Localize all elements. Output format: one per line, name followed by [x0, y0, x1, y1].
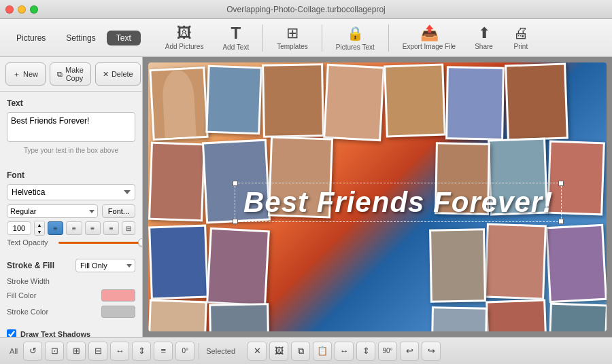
- align-center-button[interactable]: ≡: [66, 221, 82, 235]
- tab-settings[interactable]: Settings: [56, 31, 105, 46]
- fill-color-label: Fill Color: [7, 291, 36, 299]
- collage-canvas: Best Friends Forever!: [148, 62, 607, 331]
- photo-14: [209, 303, 270, 331]
- templates-icon: ⊞: [286, 26, 299, 41]
- selected-label: Selected: [206, 347, 235, 355]
- shadow-checkbox-row: Draw Text Shadows: [7, 329, 135, 337]
- font-style-select[interactable]: Regular Bold Italic: [7, 204, 98, 218]
- draw-text-shadows-checkbox[interactable]: [7, 329, 16, 337]
- size-down-button[interactable]: ▼: [35, 228, 44, 235]
- sel-copy-btn[interactable]: ⧉: [291, 342, 310, 361]
- add-text-label: Add Text: [222, 43, 249, 51]
- add-pictures-tool[interactable]: 🖼 Add Pictures: [157, 26, 212, 50]
- vertical-align-button[interactable]: ⊟: [122, 221, 135, 235]
- text-selection-container[interactable]: Best Friends Forever!: [235, 183, 520, 222]
- toolbar-sep-1: [262, 24, 263, 52]
- add-pictures-label: Add Pictures: [165, 43, 204, 50]
- sel-photo-btn[interactable]: 🖼: [269, 342, 288, 361]
- sel-flip-h-btn[interactable]: ↔: [335, 342, 354, 361]
- stroke-fill-section: Stroke & Fill Fill Only Stroke Only Fill…: [0, 256, 142, 275]
- handle-br[interactable]: [558, 219, 564, 224]
- font-size-stepper[interactable]: ▲ ▼: [34, 221, 45, 236]
- handle-bl[interactable]: [233, 219, 238, 224]
- rotate-degree-btn[interactable]: 0°: [175, 342, 194, 361]
- fill-color-swatch[interactable]: [101, 289, 135, 302]
- photo-13: [148, 299, 207, 331]
- share-label: Share: [475, 43, 493, 50]
- copy-button[interactable]: ⧉ Make Copy: [50, 62, 91, 86]
- align-left-button[interactable]: ≡: [48, 221, 63, 235]
- stroke-color-label: Stroke Color: [7, 308, 48, 316]
- font-family-select[interactable]: Helvetica: [7, 184, 135, 200]
- canvas-area[interactable]: Best Friends Forever!: [143, 57, 612, 337]
- opacity-row: Text Opacity: [7, 238, 135, 247]
- handle-tl[interactable]: [233, 181, 238, 186]
- toolbar-sep-2: [322, 24, 322, 52]
- sel-flip-v-btn[interactable]: ⇕: [356, 342, 375, 361]
- pictures-text-tool[interactable]: 🔒 Pictures Text: [328, 25, 383, 51]
- export-tool[interactable]: 📤 Export Image File: [394, 26, 464, 50]
- sidebar: ＋ New ⧉ Make Copy ✕ Delete Text Type you…: [0, 57, 143, 337]
- new-button[interactable]: ＋ New: [5, 62, 46, 86]
- sel-rotate-btn[interactable]: 90°: [378, 342, 397, 361]
- grid-btn-1[interactable]: ⊞: [67, 342, 86, 361]
- font-size-input[interactable]: [7, 221, 31, 235]
- close-button[interactable]: [5, 5, 14, 14]
- add-text-tool[interactable]: T Add Text: [214, 25, 257, 51]
- text-section-title: Text: [7, 98, 135, 108]
- sel-paste-btn[interactable]: 📋: [313, 342, 332, 361]
- main-layout: ＋ New ⧉ Make Copy ✕ Delete Text Type you…: [0, 57, 612, 337]
- opacity-slider[interactable]: [58, 242, 143, 244]
- maximize-button[interactable]: [30, 5, 38, 14]
- draw-text-shadows-label: Draw Text Shadows: [20, 330, 90, 337]
- bottom-toolbar: All ↺ ⊡ ⊞ ⊟ ↔ ⇕ ≡ 0° Selected ✕ 🖼 ⧉ 📋 ↔ …: [0, 337, 612, 364]
- bottom-sep-1: [199, 343, 199, 359]
- grid-btn-2[interactable]: ⊟: [88, 342, 107, 361]
- selected-tools: ✕ 🖼 ⧉ 📋 ↔ ⇕ 90° ↩ ↪: [248, 342, 441, 361]
- add-pictures-icon: 🖼: [177, 26, 192, 41]
- export-icon: 📤: [420, 26, 439, 41]
- rotate-btn[interactable]: ↺: [23, 342, 42, 361]
- delete-button[interactable]: ✕ Delete: [95, 62, 141, 86]
- share-tool[interactable]: ⬆ Share: [466, 26, 501, 50]
- flip-v-btn[interactable]: ⇕: [132, 342, 151, 361]
- tab-text[interactable]: Text: [107, 31, 141, 46]
- print-tool[interactable]: 🖨 Print: [504, 26, 538, 50]
- align-btn[interactable]: ≡: [154, 342, 173, 361]
- photo-11: [148, 225, 209, 300]
- sel-delete-btn[interactable]: ✕: [248, 342, 267, 361]
- lock-icon: 🔒: [347, 25, 364, 41]
- align-justify-button[interactable]: ≡: [103, 221, 119, 235]
- stroke-fill-select[interactable]: Fill Only Stroke Only Fill & Stroke: [75, 259, 135, 272]
- handle-tr[interactable]: [558, 181, 564, 186]
- font-controls: Regular Bold Italic Font...: [7, 204, 135, 218]
- font-section: Font Helvetica Regular Bold Italic Font.…: [0, 164, 142, 251]
- templates-tool[interactable]: ⊞ Templates: [269, 26, 316, 50]
- stroke-color-swatch[interactable]: [101, 306, 135, 318]
- flip-h-btn[interactable]: ↔: [110, 342, 129, 361]
- pictures-text-label: Pictures Text: [336, 43, 375, 51]
- fill-color-row: Fill Color: [0, 287, 142, 304]
- photo-6: [445, 66, 505, 140]
- photo-3: [262, 63, 324, 138]
- sel-redo-btn[interactable]: ↪: [422, 342, 441, 361]
- text-input[interactable]: [7, 112, 135, 142]
- traffic-lights: [5, 5, 38, 14]
- stroke-fill-title: Stroke & Fill: [7, 261, 54, 270]
- crop-btn[interactable]: ⊡: [45, 342, 64, 361]
- tab-pictures[interactable]: Pictures: [7, 31, 55, 46]
- all-label: All: [10, 347, 18, 355]
- photo-r5: [484, 223, 547, 299]
- size-align-row: ▲ ▼ ≡ ≡ ≡ ≡ ⊟: [7, 221, 135, 236]
- size-up-button[interactable]: ▲: [35, 221, 44, 228]
- templates-label: Templates: [277, 43, 308, 50]
- plus-icon: ＋: [13, 69, 20, 79]
- font-section-title: Font: [7, 170, 135, 180]
- minimize-button[interactable]: [18, 5, 26, 14]
- print-label: Print: [514, 43, 528, 50]
- align-right-button[interactable]: ≡: [85, 221, 101, 235]
- sel-undo-btn[interactable]: ↩: [400, 342, 419, 361]
- font-button[interactable]: Font...: [102, 204, 135, 218]
- photo-12: [206, 228, 270, 306]
- action-bar: ＋ New ⧉ Make Copy ✕ Delete: [0, 57, 142, 92]
